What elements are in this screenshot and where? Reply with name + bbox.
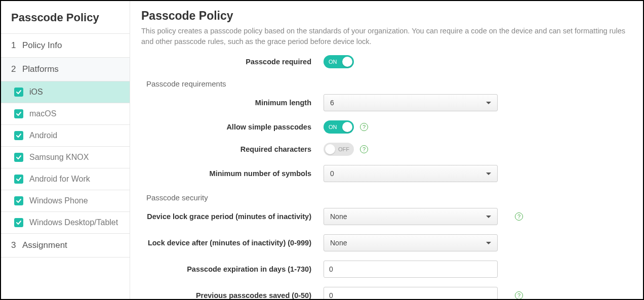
- checkbox-icon: [14, 218, 23, 227]
- label-previous-saved: Previous passcodes saved (0-50): [141, 291, 324, 299]
- help-icon[interactable]: ?: [360, 145, 368, 153]
- label-required-characters: Required characters: [141, 145, 324, 153]
- label-passcode-required: Passcode required: [141, 58, 324, 66]
- sidebar: Passcode Policy 1 Policy Info 2 Platform…: [1, 1, 130, 299]
- toggle-passcode-required[interactable]: ON: [324, 55, 354, 68]
- toggle-label: ON: [329, 124, 337, 130]
- select-minimum-length[interactable]: 6: [324, 94, 498, 111]
- step-number: 1: [11, 40, 17, 51]
- toggle-allow-simple[interactable]: ON: [324, 120, 354, 134]
- label-min-symbols: Minimum number of symbols: [141, 169, 324, 178]
- chevron-down-icon: [486, 173, 491, 175]
- input-previous-saved-wrapper: [324, 287, 498, 299]
- row-allow-simple: Allow simple passcodes ON ?: [141, 120, 632, 134]
- sidebar-item-label: Windows Desktop/Tablet: [29, 218, 118, 227]
- sidebar-item-samsung-knox[interactable]: Samsung KNOX: [1, 147, 130, 168]
- row-grace-period: Device lock grace period (minutes of ina…: [141, 208, 632, 225]
- sidebar-item-label: Samsung KNOX: [29, 153, 89, 162]
- sidebar-item-windows-phone[interactable]: Windows Phone: [1, 190, 130, 212]
- checkbox-icon: [14, 131, 23, 140]
- row-required-characters: Required characters OFF ?: [141, 143, 632, 156]
- select-value: 0: [330, 169, 334, 178]
- main-panel: Passcode Policy This policy creates a pa…: [130, 1, 643, 299]
- sidebar-item-ios[interactable]: iOS: [1, 81, 130, 103]
- step-label: Assignment: [22, 240, 67, 250]
- step-platforms[interactable]: 2 Platforms: [1, 58, 130, 81]
- sidebar-title: Passcode Policy: [1, 1, 130, 34]
- page-title: Passcode Policy: [141, 9, 632, 23]
- sidebar-item-android-for-work[interactable]: Android for Work: [1, 168, 130, 190]
- select-value: None: [330, 212, 347, 221]
- help-icon[interactable]: ?: [515, 212, 523, 221]
- input-expiration-wrapper: [324, 261, 498, 278]
- sidebar-item-label: Android: [29, 131, 57, 140]
- label-minimum-length: Minimum length: [141, 99, 324, 107]
- step-number: 3: [11, 240, 17, 250]
- label-expiration: Passcode expiration in days (1-730): [141, 265, 324, 273]
- label-grace-period: Device lock grace period (minutes of ina…: [141, 212, 324, 221]
- toggle-knob-icon: [325, 144, 335, 154]
- section-passcode-requirements: Passcode requirements: [141, 77, 632, 94]
- select-grace-period[interactable]: None: [324, 208, 498, 225]
- row-previous-saved: Previous passcodes saved (0-50) ?: [141, 287, 632, 299]
- sidebar-item-windows-desktop[interactable]: Windows Desktop/Tablet: [1, 212, 130, 234]
- help-icon[interactable]: ?: [515, 291, 523, 299]
- app-frame: Passcode Policy 1 Policy Info 2 Platform…: [0, 0, 644, 300]
- label-lock-after: Lock device after (minutes of inactivity…: [141, 239, 324, 247]
- select-value: None: [330, 239, 347, 247]
- label-allow-simple: Allow simple passcodes: [141, 123, 324, 131]
- sidebar-item-macos[interactable]: macOS: [1, 103, 130, 125]
- toggle-knob-icon: [342, 57, 352, 67]
- input-expiration[interactable]: [324, 261, 498, 278]
- select-value: 6: [330, 99, 334, 107]
- checkbox-icon: [14, 109, 23, 118]
- sidebar-item-label: Windows Phone: [29, 196, 88, 205]
- toggle-required-characters[interactable]: OFF: [324, 143, 354, 156]
- chevron-down-icon: [486, 216, 491, 218]
- row-min-symbols: Minimum number of symbols 0: [141, 165, 632, 182]
- step-number: 2: [11, 64, 17, 74]
- step-label: Policy Info: [22, 40, 62, 51]
- step-policy-info[interactable]: 1 Policy Info: [1, 34, 130, 58]
- help-icon[interactable]: ?: [360, 123, 368, 131]
- checkbox-icon: [14, 196, 23, 205]
- toggle-label: OFF: [338, 146, 349, 152]
- sidebar-item-label: iOS: [29, 88, 43, 97]
- input-previous-saved[interactable]: [324, 287, 498, 299]
- chevron-down-icon: [486, 102, 491, 104]
- row-expiration: Passcode expiration in days (1-730): [141, 261, 632, 278]
- select-min-symbols[interactable]: 0: [324, 165, 498, 182]
- page-description: This policy creates a passcode policy ba…: [141, 26, 632, 47]
- row-minimum-length: Minimum length 6: [141, 94, 632, 111]
- sidebar-item-label: Android for Work: [29, 175, 90, 184]
- section-passcode-security: Passcode security: [141, 191, 632, 208]
- checkbox-icon: [14, 175, 23, 184]
- toggle-label: ON: [329, 59, 337, 65]
- chevron-down-icon: [486, 242, 491, 244]
- checkbox-icon: [14, 88, 23, 97]
- row-lock-after: Lock device after (minutes of inactivity…: [141, 234, 632, 251]
- row-passcode-required: Passcode required ON: [141, 55, 632, 68]
- checkbox-icon: [14, 153, 23, 162]
- toggle-knob-icon: [342, 122, 352, 132]
- step-assignment[interactable]: 3 Assignment: [1, 234, 130, 258]
- step-label: Platforms: [22, 64, 59, 74]
- platform-list: iOS macOS Android Samsung KNOX: [1, 81, 130, 234]
- sidebar-item-label: macOS: [29, 109, 56, 118]
- sidebar-item-android[interactable]: Android: [1, 125, 130, 147]
- select-lock-after[interactable]: None: [324, 234, 498, 251]
